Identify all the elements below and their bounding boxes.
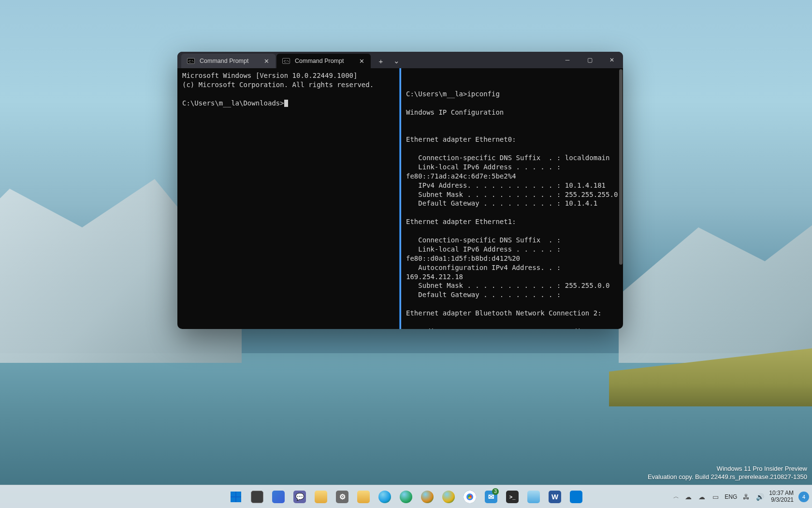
edge-beta-icon <box>400 491 412 503</box>
taskbar-item-start[interactable] <box>226 487 246 507</box>
edge-icon <box>378 491 391 503</box>
close-button[interactable]: ✕ <box>601 52 623 68</box>
task-view-icon <box>251 491 263 503</box>
clock-time: 10:37 AM <box>769 490 794 497</box>
scrollbar-thumb[interactable] <box>619 69 623 265</box>
settings-icon: ⚙ <box>336 491 348 503</box>
terminal-line: C:\Users\m__la\Downloads> <box>182 99 394 108</box>
taskbar-center: 💬⚙✉3>_W <box>226 487 586 507</box>
tab-title: Command Prompt <box>295 58 352 64</box>
terminal-icon: >_ <box>506 491 519 503</box>
file-explorer-icon <box>315 491 327 503</box>
terminal-pane-left[interactable]: Microsoft Windows [Version 10.0.22449.10… <box>177 68 400 329</box>
terminal-window: C:\ Command Prompt ✕ C:\ Command Prompt … <box>177 52 623 329</box>
language-indicator[interactable]: ENG <box>725 493 737 500</box>
minimize-button[interactable]: ─ <box>556 52 579 68</box>
tab-command-prompt-2[interactable]: C:\ Command Prompt ✕ <box>276 54 371 68</box>
maximize-button[interactable]: ▢ <box>579 52 601 68</box>
clock[interactable]: 10:37 AM 9/3/2021 <box>769 490 794 504</box>
terminal-line: Windows IP Configuration <box>406 108 618 117</box>
terminal-line: IPv4 Address. . . . . . . . . . . : 10.1… <box>406 181 618 190</box>
terminal-line: Default Gateway . . . . . . . . . : <box>406 290 618 299</box>
split-panes: Microsoft Windows [Version 10.0.22449.10… <box>177 68 623 329</box>
taskbar: 💬⚙✉3>_W ︿ ☁ ☁ ▭ ENG 🖧 🔊 10:37 AM 9/3/202… <box>0 485 812 508</box>
taskbar-item-settings[interactable]: ⚙ <box>333 487 352 507</box>
titlebar[interactable]: C:\ Command Prompt ✕ C:\ Command Prompt … <box>177 52 623 68</box>
tab-dropdown-button[interactable]: ⌄ <box>389 54 404 68</box>
notifications-count: 4 <box>802 494 805 500</box>
badge: 3 <box>492 488 499 495</box>
terminal-line: Default Gateway . . . . . . . . . : 10.1… <box>406 199 618 208</box>
tab-title: Command Prompt <box>200 58 257 64</box>
volume-icon[interactable]: 🔊 <box>755 493 764 501</box>
onedrive-icon[interactable]: ☁ <box>684 493 693 501</box>
start-icon <box>230 491 242 503</box>
taskbar-item-widgets[interactable] <box>269 487 288 507</box>
widgets-icon <box>272 491 285 503</box>
terminal-line <box>406 144 618 153</box>
network-icon[interactable]: 🖧 <box>742 493 751 501</box>
scrollbar[interactable] <box>619 69 623 329</box>
taskbar-item-edge-beta[interactable] <box>396 487 416 507</box>
terminal-line: C:\Users\m__la>ipconfig <box>406 90 618 99</box>
tab-close-button[interactable]: ✕ <box>262 57 271 65</box>
taskbar-item-chrome[interactable] <box>460 487 479 507</box>
taskbar-item-word[interactable]: W <box>545 487 565 507</box>
notepad-icon <box>527 491 540 503</box>
security-icon <box>357 491 370 503</box>
terminal-line: (c) Microsoft Corporation. All rights re… <box>182 80 394 90</box>
terminal-line <box>406 117 618 126</box>
terminal-line <box>406 226 618 236</box>
taskbar-item-file-explorer[interactable] <box>311 487 331 507</box>
cursor <box>284 100 288 107</box>
system-tray: ︿ ☁ ☁ ▭ ENG 🖧 🔊 10:37 AM 9/3/2021 4 <box>673 485 809 508</box>
terminal-line: Ethernet adapter Ethernet1: <box>406 217 618 226</box>
terminal-line: Microsoft Windows [Version 10.0.22449.10… <box>182 71 394 80</box>
terminal-line: Autoconfiguration IPv4 Address. . : 169.… <box>406 263 618 282</box>
edge-canary-icon <box>442 491 455 503</box>
terminal-line: Subnet Mask . . . . . . . . . . . : 255.… <box>406 281 618 290</box>
vscode-icon <box>570 491 582 503</box>
taskbar-item-vscode[interactable] <box>566 487 586 507</box>
terminal-line: Link-local IPv6 Address . . . . . : fe80… <box>406 163 618 181</box>
tab-command-prompt-1[interactable]: C:\ Command Prompt ✕ <box>181 54 276 68</box>
notifications-button[interactable]: 4 <box>798 492 809 502</box>
word-icon: W <box>549 491 561 503</box>
taskbar-item-task-view[interactable] <box>247 487 267 507</box>
terminal-line: Connection-specific DNS Suffix . : local… <box>406 153 618 163</box>
terminal-line <box>182 90 394 99</box>
terminal-line <box>406 99 618 108</box>
taskbar-item-terminal[interactable]: >_ <box>503 487 522 507</box>
meet-now-icon[interactable]: ▭ <box>711 493 720 501</box>
new-tab-button[interactable]: + <box>374 54 388 68</box>
cmd-icon: C:\ <box>187 58 195 64</box>
terminal-line: Media State . . . . . . . . . . . : Medi… <box>406 327 618 329</box>
chrome-icon <box>464 491 476 503</box>
cmd-icon: C:\ <box>282 58 290 64</box>
taskbar-item-security[interactable] <box>354 487 373 507</box>
taskbar-item-edge-dev[interactable] <box>418 487 437 507</box>
terminal-line <box>406 126 618 135</box>
taskbar-item-mail[interactable]: ✉3 <box>481 487 501 507</box>
terminal-line: Connection-specific DNS Suffix . : <box>406 236 618 245</box>
edge-dev-icon <box>421 491 434 503</box>
clock-date: 9/3/2021 <box>769 497 794 504</box>
terminal-line: Link-local IPv6 Address . . . . . : fe80… <box>406 245 618 263</box>
terminal-line: Ethernet adapter Ethernet0: <box>406 135 618 144</box>
terminal-line <box>406 299 618 309</box>
onedrive2-icon[interactable]: ☁ <box>697 493 706 501</box>
watermark-line1: Windows 11 Pro Insider Preview <box>648 464 807 473</box>
taskbar-item-edge-canary[interactable] <box>439 487 458 507</box>
taskbar-item-edge[interactable] <box>375 487 394 507</box>
desktop-watermark: Windows 11 Pro Insider Preview Evaluatio… <box>648 464 807 481</box>
watermark-line2: Evaluation copy. Build 22449.rs_prerelea… <box>648 473 807 481</box>
taskbar-item-notepad[interactable] <box>524 487 543 507</box>
terminal-pane-right[interactable]: C:\Users\m__la>ipconfig Windows IP Confi… <box>400 68 623 329</box>
chat-icon: 💬 <box>293 491 306 503</box>
tab-close-button[interactable]: ✕ <box>357 57 366 65</box>
terminal-line: Subnet Mask . . . . . . . . . . . : 255.… <box>406 190 618 199</box>
taskbar-item-chat[interactable]: 💬 <box>290 487 309 507</box>
terminal-line <box>406 208 618 217</box>
terminal-line <box>406 318 618 327</box>
tray-overflow-button[interactable]: ︿ <box>673 493 679 501</box>
